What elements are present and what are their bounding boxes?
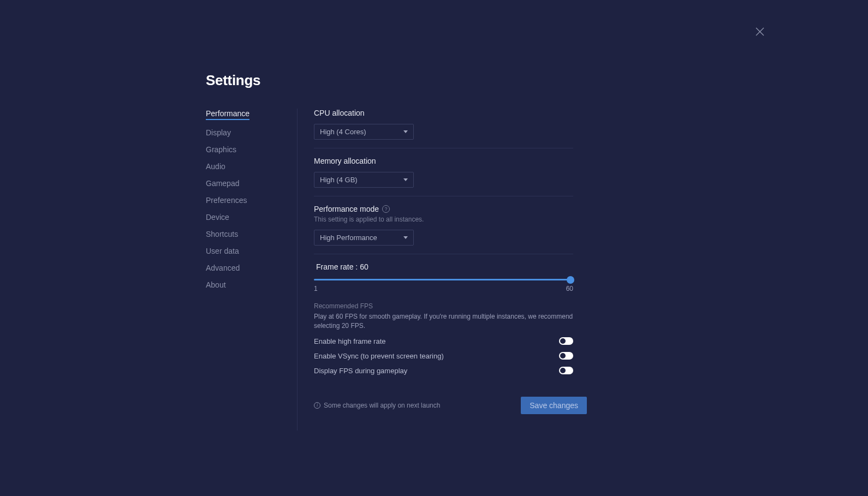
frame-rate-label: Frame rate : 60 <box>314 262 573 271</box>
cpu-allocation-value: High (4 Cores) <box>320 128 366 136</box>
help-icon[interactable]: ? <box>382 205 390 213</box>
toggle-knob <box>560 353 566 358</box>
sidebar-item-performance[interactable]: Performance <box>206 109 249 120</box>
sidebar-item-display[interactable]: Display <box>206 128 231 137</box>
toggle-knob <box>560 338 566 344</box>
main-panel: CPU allocation High (4 Cores) Memory all… <box>314 109 573 431</box>
slider-thumb[interactable] <box>567 276 574 284</box>
memory-allocation-select[interactable]: High (4 GB) <box>314 172 414 188</box>
memory-allocation-label: Memory allocation <box>314 157 573 165</box>
save-changes-button[interactable]: Save changes <box>521 397 587 414</box>
sidebar-item-device[interactable]: Device <box>206 213 229 222</box>
enable-vsync-toggle[interactable] <box>559 352 573 360</box>
sidebar: Performance Display Graphics Audio Gamep… <box>206 109 298 431</box>
sidebar-item-shortcuts[interactable]: Shortcuts <box>206 230 238 238</box>
sidebar-item-advanced[interactable]: Advanced <box>206 264 240 272</box>
performance-mode-select[interactable]: High Performance <box>314 230 414 246</box>
cpu-allocation-label: CPU allocation <box>314 109 573 117</box>
chevron-down-icon <box>403 130 408 133</box>
info-icon: i <box>314 402 320 409</box>
slider-max: 60 <box>566 285 573 292</box>
display-fps-label: Display FPS during gameplay <box>314 367 407 375</box>
performance-mode-label: Performance mode ? <box>314 205 573 213</box>
sidebar-item-graphics[interactable]: Graphics <box>206 145 236 154</box>
chevron-down-icon <box>403 236 408 239</box>
performance-mode-value: High Performance <box>320 234 377 242</box>
footer-note: i Some changes will apply on next launch <box>314 402 440 409</box>
chevron-down-icon <box>403 178 408 181</box>
enable-vsync-label: Enable VSync (to prevent screen tearing) <box>314 352 444 360</box>
page-title: Settings <box>206 72 573 89</box>
frame-rate-slider[interactable] <box>314 277 573 280</box>
sidebar-item-preferences[interactable]: Preferences <box>206 196 247 205</box>
close-icon <box>756 27 764 36</box>
close-button[interactable] <box>756 27 764 36</box>
slider-min: 1 <box>314 285 318 292</box>
sidebar-item-about[interactable]: About <box>206 280 226 289</box>
recommended-fps-text: Play at 60 FPS for smooth gameplay. If y… <box>314 312 573 331</box>
enable-high-frame-rate-toggle[interactable] <box>559 337 573 345</box>
recommended-fps-title: Recommended FPS <box>314 302 573 310</box>
cpu-allocation-select[interactable]: High (4 Cores) <box>314 124 414 140</box>
sidebar-item-audio[interactable]: Audio <box>206 162 225 171</box>
performance-mode-sublabel: This setting is applied to all instances… <box>314 216 573 223</box>
sidebar-item-userdata[interactable]: User data <box>206 247 239 255</box>
sidebar-item-gamepad[interactable]: Gamepad <box>206 179 239 188</box>
memory-allocation-value: High (4 GB) <box>320 176 358 184</box>
display-fps-toggle[interactable] <box>559 367 573 374</box>
enable-high-frame-rate-label: Enable high frame rate <box>314 337 386 345</box>
toggle-knob <box>560 368 566 373</box>
